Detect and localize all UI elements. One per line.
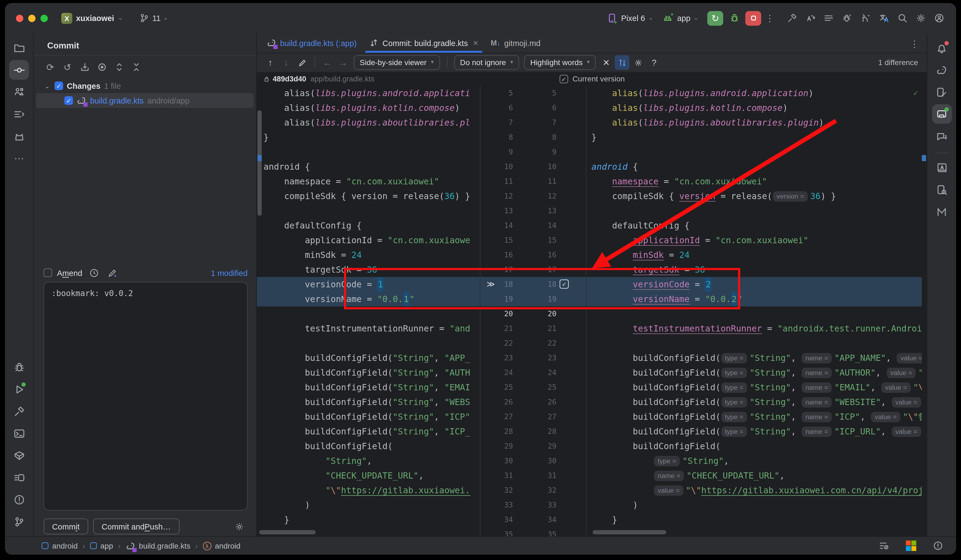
current-version-checkbox[interactable]: ✓ bbox=[559, 75, 568, 83]
problems-icon[interactable] bbox=[9, 490, 29, 509]
commit-message-input[interactable]: :bookmark: v0.0.2 bbox=[43, 282, 247, 510]
edit-source-icon[interactable] bbox=[295, 55, 309, 70]
synchronize-scrolling-icon[interactable] bbox=[615, 55, 630, 70]
apply-change-chevron-icon[interactable]: ≫ bbox=[487, 277, 494, 292]
folder-icon[interactable] bbox=[9, 38, 29, 58]
viewer-mode-dropdown[interactable]: Side-by-side viewer▾ bbox=[354, 55, 440, 70]
profiler-icon[interactable] bbox=[9, 468, 29, 487]
rerun-button[interactable]: ↻ bbox=[707, 11, 723, 25]
chevron-down-icon[interactable]: ⌄ bbox=[43, 82, 51, 89]
ai-commit-message-icon[interactable] bbox=[105, 266, 119, 280]
tab-options-icon[interactable]: ⋮ bbox=[908, 39, 921, 50]
tab-build-gradle-kts-app-[interactable]: build.gradle.kts (:app) bbox=[260, 33, 363, 53]
vcs-people-icon[interactable] bbox=[9, 82, 29, 102]
include-change-checkbox[interactable]: ✓ bbox=[559, 279, 569, 289]
code-line-23: buildConfigField(type ="String", name ="… bbox=[587, 351, 922, 365]
stop-button[interactable] bbox=[745, 11, 761, 25]
commit-button[interactable]: Commit bbox=[43, 518, 88, 535]
close-tab-icon[interactable]: ✕ bbox=[473, 39, 479, 47]
breadcrumb-android[interactable]: λandroid bbox=[202, 541, 241, 550]
amend-checkbox[interactable] bbox=[43, 268, 52, 277]
gradle-icon[interactable] bbox=[932, 60, 951, 80]
cat-icon[interactable] bbox=[9, 127, 29, 146]
dictionary-icon[interactable] bbox=[932, 157, 951, 177]
minimize-window-button[interactable] bbox=[28, 14, 36, 22]
inspection-ok-icon[interactable]: ✓ bbox=[913, 88, 918, 98]
tab-commit-build-gradle-kts[interactable]: Commit: build.gradle.kts✕ bbox=[363, 33, 485, 53]
modified-files-link[interactable]: 1 modified bbox=[211, 268, 247, 277]
hammer-icon[interactable] bbox=[9, 401, 29, 421]
right-diff-map-marker[interactable] bbox=[922, 155, 926, 161]
run-play-icon[interactable] bbox=[9, 379, 29, 399]
commit-icon[interactable] bbox=[9, 60, 29, 80]
help-icon[interactable]: ? bbox=[647, 55, 661, 70]
translate-icon[interactable] bbox=[875, 10, 892, 27]
ai-lines-icon[interactable] bbox=[820, 10, 837, 27]
diff-settings-gear-icon[interactable] bbox=[631, 55, 646, 70]
shelve-icon[interactable] bbox=[77, 59, 93, 75]
left-diff-map-marker[interactable] bbox=[257, 155, 262, 161]
build-hammer-icon[interactable] bbox=[783, 10, 800, 27]
file-checkbox[interactable]: ✓ bbox=[64, 96, 73, 105]
device-manager-icon[interactable] bbox=[932, 82, 951, 102]
collapse-unchanged-icon[interactable]: ✕ bbox=[599, 55, 614, 70]
target-icon[interactable] bbox=[94, 59, 110, 75]
left-vertical-scrollbar[interactable] bbox=[257, 110, 262, 216]
commit-history-icon[interactable] bbox=[87, 266, 101, 280]
inlay-hint: type = bbox=[721, 412, 747, 422]
ai-chat-icon[interactable] bbox=[932, 127, 951, 146]
changes-group-row[interactable]: ⌄ ✓ Changes 1 file bbox=[36, 79, 254, 93]
breadcrumb-app[interactable]: app bbox=[90, 541, 113, 550]
right-horizontal-scrollbar[interactable] bbox=[593, 530, 666, 534]
previous-difference-icon[interactable]: ↑ bbox=[263, 55, 278, 70]
bug-icon[interactable] bbox=[9, 357, 29, 377]
project-selector[interactable]: X xuxiaowei ⌄ bbox=[61, 13, 123, 24]
settings-icon[interactable] bbox=[912, 10, 929, 27]
before-pane[interactable]: alias(libs.plugins.android.applicati ali… bbox=[257, 86, 480, 536]
breadcrumb-build.gradle.kts[interactable]: build.gradle.kts bbox=[125, 541, 190, 551]
collapse-all-icon[interactable] bbox=[128, 59, 144, 75]
ai-bug-icon[interactable] bbox=[839, 10, 856, 27]
gemini-icon[interactable] bbox=[932, 202, 951, 221]
flow-icon[interactable] bbox=[9, 104, 29, 124]
left-horizontal-scrollbar[interactable] bbox=[259, 530, 316, 534]
run-configuration-selector[interactable]: app ⌄ bbox=[662, 12, 699, 24]
soft-wrap-icon[interactable] bbox=[875, 537, 892, 554]
debug-button[interactable] bbox=[726, 10, 743, 27]
next-difference-icon[interactable]: ↓ bbox=[279, 55, 294, 70]
forward-icon[interactable]: → bbox=[336, 55, 350, 70]
commit-and-push-button[interactable]: Commit and Push… bbox=[93, 518, 180, 535]
close-window-button[interactable] bbox=[16, 14, 23, 22]
running-devices-icon[interactable] bbox=[932, 104, 951, 124]
refresh-icon[interactable]: ⟳ bbox=[42, 59, 58, 75]
whitespace-dropdown[interactable]: Do not ignore▾ bbox=[454, 55, 519, 70]
maximize-window-button[interactable] bbox=[40, 14, 48, 22]
after-pane[interactable]: alias(libs.plugins.android.application) … bbox=[587, 86, 922, 536]
changed-file-row[interactable]: ✓ build.gradle.kts android/app bbox=[36, 93, 254, 108]
more-icon[interactable]: ⋯ bbox=[9, 148, 29, 168]
device-explorer-icon[interactable] bbox=[932, 180, 951, 199]
highlight-mode-dropdown[interactable]: Highlight words▾ bbox=[524, 55, 596, 70]
ai-pr-icon[interactable] bbox=[857, 10, 874, 27]
tab-gitmoji-md[interactable]: M↓gitmoji.md bbox=[485, 33, 547, 53]
problems-icon[interactable] bbox=[929, 537, 946, 554]
avatar-icon[interactable] bbox=[930, 10, 948, 27]
branch-icon[interactable] bbox=[9, 512, 29, 531]
gutter-row-33: 3333 bbox=[480, 497, 586, 512]
branch-selector[interactable]: 11 ⌄ bbox=[139, 13, 168, 24]
ai-edit-icon[interactable] bbox=[802, 10, 819, 27]
current-version-toggle[interactable]: ✓ Current version bbox=[559, 75, 625, 83]
notifications-icon[interactable] bbox=[932, 38, 951, 58]
search-icon[interactable] bbox=[894, 10, 911, 27]
device-selector[interactable]: Pixel 6 ⌄ bbox=[606, 12, 653, 24]
terminal-icon[interactable] bbox=[9, 424, 29, 443]
inspector-icon[interactable] bbox=[9, 446, 29, 465]
more-actions-icon[interactable]: ⋮ bbox=[764, 13, 776, 24]
changes-checkbox[interactable]: ✓ bbox=[55, 82, 63, 90]
ms-logo-icon[interactable] bbox=[902, 537, 919, 554]
commit-options-gear-icon[interactable] bbox=[230, 518, 247, 535]
breadcrumb-android[interactable]: android bbox=[42, 541, 78, 550]
back-icon[interactable]: ← bbox=[320, 55, 335, 70]
expand-all-icon[interactable] bbox=[111, 59, 127, 75]
rollback-icon[interactable]: ↺ bbox=[59, 59, 76, 75]
